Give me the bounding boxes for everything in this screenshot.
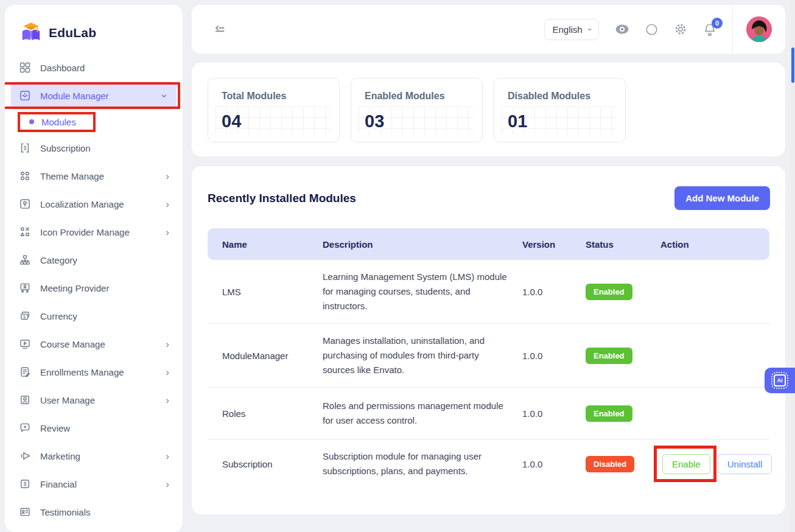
- section-title: Recently Installed Modules: [208, 192, 356, 205]
- sidebar-item-label: Currency: [40, 311, 77, 321]
- ai-chip-icon: AI: [774, 374, 786, 387]
- modules-table: Name Description Version Status Action L…: [208, 228, 769, 488]
- chevron-down-icon: ›: [585, 28, 594, 30]
- svg-text:$: $: [24, 145, 27, 151]
- sidebar-item-meeting-provider[interactable]: Meeting Provider: [11, 274, 177, 302]
- sidebar-item-marketing[interactable]: Marketing ›: [11, 442, 177, 470]
- sidebar: EduLab Dashboard Module Manager › Modul: [5, 5, 183, 532]
- sidebar-item-label: Meeting Provider: [40, 283, 109, 293]
- theme-icon: [18, 170, 32, 182]
- sidebar-item-label: Module Manager: [40, 91, 109, 101]
- financial-icon: $: [18, 478, 32, 490]
- status-badge: Enabled: [586, 405, 632, 422]
- module-description: Roles and permissions management module …: [323, 388, 522, 439]
- currency-icon: $: [18, 310, 32, 322]
- chevron-right-icon: ›: [166, 395, 169, 405]
- sidebar-item-label: Course Manage: [40, 339, 105, 349]
- course-icon: [18, 338, 32, 350]
- chevron-right-icon: ›: [166, 479, 169, 489]
- subscription-icon: $: [18, 142, 32, 154]
- stats-section: Total Modules 04 Enabled Modules 03 Disa…: [192, 63, 785, 156]
- sidebar-item-user-manage[interactable]: User Manage ›: [11, 386, 177, 414]
- localization-icon: [18, 198, 32, 210]
- sidebar-item-theme-manage[interactable]: Theme Manage ›: [11, 162, 177, 190]
- language-select[interactable]: English ›: [544, 19, 599, 40]
- user-avatar[interactable]: [746, 16, 772, 42]
- sidebar-item-testimonials[interactable]: Testimonials: [11, 498, 177, 526]
- stat-label: Enabled Modules: [365, 91, 482, 102]
- stat-total-modules: Total Modules 04: [208, 78, 340, 142]
- add-new-module-button[interactable]: Add New Module: [674, 186, 770, 210]
- contrast-icon[interactable]: [645, 23, 658, 36]
- sidebar-item-label: Review: [40, 423, 70, 433]
- chevron-right-icon: ›: [166, 367, 169, 377]
- stat-disabled-modules: Disabled Modules 01: [494, 78, 626, 142]
- bell-icon[interactable]: 0: [703, 23, 716, 37]
- column-header-description: Description: [323, 239, 522, 250]
- stat-label: Total Modules: [222, 91, 339, 102]
- sidebar-item-course-manage[interactable]: Course Manage ›: [11, 330, 177, 358]
- status-badge: Enabled: [586, 284, 632, 300]
- sidebar-item-label: Localization Manage: [40, 199, 124, 209]
- sidebar-item-label: Subscription: [40, 143, 91, 153]
- chevron-right-icon: ›: [166, 171, 169, 181]
- sidebar-item-label: Category: [40, 255, 77, 265]
- column-header-name: Name: [208, 239, 323, 250]
- sidebar-item-label: Dashboard: [40, 63, 85, 73]
- page: EduLab Dashboard Module Manager › Modul: [0, 0, 795, 532]
- marketing-icon: [18, 450, 32, 462]
- column-header-version: Version: [522, 239, 586, 250]
- chevron-right-icon: ›: [166, 227, 169, 237]
- module-name: Subscription: [208, 459, 323, 469]
- sidebar-item-module-manager[interactable]: Module Manager ›: [11, 82, 177, 110]
- scrollbar-thumb[interactable]: [791, 47, 794, 83]
- sidebar-item-label: Icon Provider Manage: [40, 227, 130, 237]
- modules-section: Recently Installed Modules Add New Modul…: [192, 166, 785, 514]
- module-description: Learning Management System (LMS) module …: [323, 260, 522, 323]
- module-description: Manages installation, uninstallation, an…: [323, 324, 522, 387]
- stat-value: 01: [508, 111, 625, 131]
- sidebar-item-enrollments-manage[interactable]: Enrollments Manage ›: [11, 358, 177, 386]
- sidebar-item-modules[interactable]: Modules: [11, 110, 177, 134]
- ai-assistant-button[interactable]: AI: [765, 368, 795, 393]
- svg-text:$: $: [23, 481, 26, 487]
- category-icon: [18, 254, 32, 266]
- testimonials-icon: [18, 506, 32, 518]
- status-badge: Enabled: [586, 348, 632, 364]
- table-row: LMS Learning Management System (LMS) mod…: [208, 260, 769, 324]
- sidebar-item-financial[interactable]: $ Financial ›: [11, 470, 177, 498]
- sidebar-item-localization-manage[interactable]: Localization Manage ›: [11, 190, 177, 218]
- stat-label: Disabled Modules: [508, 91, 625, 102]
- chevron-right-icon: ›: [166, 339, 169, 349]
- sidebar-item-dashboard[interactable]: Dashboard: [11, 54, 177, 82]
- sidebar-subitem-label: Modules: [41, 117, 76, 127]
- sidebar-item-label: Theme Manage: [40, 171, 104, 181]
- module-name: LMS: [208, 287, 323, 297]
- stat-value: 04: [222, 111, 339, 131]
- stat-enabled-modules: Enabled Modules 03: [351, 78, 483, 142]
- sidebar-item-review[interactable]: Review: [11, 414, 177, 442]
- logo[interactable]: EduLab: [5, 5, 183, 45]
- header-actions: English › 0: [544, 5, 785, 54]
- sidebar-item-category[interactable]: Category: [11, 246, 177, 274]
- sidebar-item-currency[interactable]: $ Currency: [11, 302, 177, 330]
- bullet-dot: [29, 119, 34, 124]
- header-divider: [732, 5, 733, 54]
- module-manager-icon: [18, 89, 32, 102]
- module-actions: Enable Uninstall: [660, 454, 772, 474]
- annotation-box-enable: Enable: [662, 454, 710, 474]
- sidebar-item-subscription[interactable]: $ Subscription: [11, 134, 177, 162]
- uninstall-button[interactable]: Uninstall: [718, 454, 772, 474]
- table-row: Subscription Subscription module for man…: [208, 439, 769, 488]
- meeting-provider-icon: [18, 282, 32, 294]
- eye-icon[interactable]: [615, 24, 629, 35]
- gear-icon[interactable]: [674, 23, 687, 36]
- icon-provider-icon: [18, 226, 32, 238]
- chevron-down-icon: ›: [160, 94, 170, 97]
- table-row: ModuleManager Manages installation, unin…: [208, 324, 769, 388]
- table-row: Roles Roles and permissions management m…: [208, 388, 769, 439]
- module-name: ModuleManager: [208, 351, 323, 361]
- sidebar-collapse-icon[interactable]: [213, 23, 226, 36]
- enable-button[interactable]: Enable: [662, 454, 710, 474]
- sidebar-item-icon-provider-manage[interactable]: Icon Provider Manage ›: [11, 218, 177, 246]
